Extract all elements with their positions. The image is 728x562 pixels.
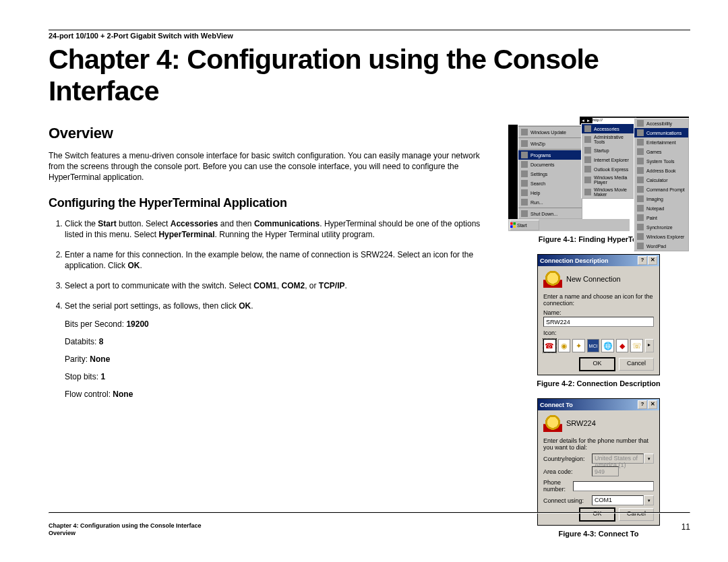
menu-item-icon xyxy=(637,148,644,155)
ok-button[interactable]: OK xyxy=(580,358,615,371)
menu-item-label: Address Book xyxy=(646,168,676,173)
menu-item-icon xyxy=(637,214,644,221)
menu-item[interactable]: Windows Update xyxy=(518,127,582,137)
menu-item[interactable]: WordPad xyxy=(634,241,688,251)
name-input[interactable] xyxy=(543,317,654,327)
menu-item[interactable]: Outlook Express xyxy=(582,164,634,174)
menu-item[interactable]: Windows Media Player xyxy=(582,174,634,186)
menu-item[interactable]: Run... xyxy=(518,197,582,207)
menu-item[interactable]: Notepad xyxy=(634,204,688,213)
back-icon: ◄ xyxy=(581,119,585,123)
help-button[interactable]: ? xyxy=(638,400,647,409)
country-select[interactable]: United States of America (1) xyxy=(592,454,644,464)
main-column: Overview The Switch features a menu-driv… xyxy=(49,123,487,549)
new-connection-label: New Connection xyxy=(566,275,621,283)
menu-item[interactable]: Startup xyxy=(582,146,634,155)
icon-option-6[interactable]: ◆ xyxy=(616,339,629,352)
svg-rect-1 xyxy=(514,222,516,225)
step-4: Set the serial port settings, as follows… xyxy=(65,301,487,400)
programs-submenu: AccessoriesAdministrative ToolsStartupIn… xyxy=(581,123,635,199)
cancel-button[interactable]: Cancel xyxy=(619,508,654,521)
ok-button[interactable]: OK xyxy=(580,508,615,521)
menu-item-icon xyxy=(637,233,644,240)
connect-using-select[interactable]: COM1 xyxy=(592,495,644,505)
menu-item[interactable]: Help xyxy=(518,188,582,197)
icon-option-5[interactable]: 🌐 xyxy=(601,339,614,352)
menu-item-icon xyxy=(637,177,644,183)
menu-item[interactable]: Games xyxy=(634,147,688,156)
menu-item[interactable]: Command Prompt xyxy=(634,185,688,194)
menu-item-icon xyxy=(637,158,644,164)
area-code-label: Area code: xyxy=(543,468,588,475)
menu-item-icon xyxy=(637,205,644,212)
menu-item-label: Settings xyxy=(530,172,547,177)
menu-item-label: Run... xyxy=(530,200,543,205)
menu-item[interactable]: Administrative Tools xyxy=(582,133,634,146)
menu-item-label: Windows Media Player xyxy=(594,175,632,185)
menu-item[interactable]: Programs xyxy=(518,150,582,160)
top-rule xyxy=(49,30,690,30)
menu-item-icon xyxy=(521,140,528,147)
menu-item-label: Programs xyxy=(530,153,551,158)
icon-option-7[interactable]: ☏ xyxy=(630,339,643,352)
menu-item[interactable]: Accessibility xyxy=(634,119,688,128)
phone-input[interactable] xyxy=(573,481,654,491)
figure-4-1: ◄ ► http:// Windows UpdateWinZipPrograms… xyxy=(508,123,689,231)
menu-item[interactable]: Imaging xyxy=(634,194,688,204)
page-footer: Chapter 4: Configuration using the Conso… xyxy=(49,522,690,538)
menu-item-label: Windows Update xyxy=(530,130,566,135)
figure-4-2: Connection Description ? ✕ New Connectio… xyxy=(537,254,660,375)
area-code-input[interactable] xyxy=(592,466,619,476)
svg-rect-2 xyxy=(510,226,513,228)
overview-paragraph: The Switch features a menu-driven consol… xyxy=(49,150,487,183)
menu-item[interactable]: Windows Explorer xyxy=(634,232,688,241)
menu-item-label: Shut Down... xyxy=(530,212,557,216)
menu-item[interactable]: WinZip xyxy=(518,139,582,148)
menu-item[interactable]: Address Book xyxy=(634,166,688,175)
icon-option-1[interactable]: ☎ xyxy=(543,339,556,352)
menu-item-label: Imaging xyxy=(646,197,663,201)
dialog-prompt: Enter details for the phone number that … xyxy=(543,437,654,451)
icon-option-4[interactable]: MCI xyxy=(587,339,600,352)
close-button[interactable]: ✕ xyxy=(648,400,657,409)
menu-item-label: Help xyxy=(530,191,540,195)
icon-picker[interactable]: ☎ ◉ ✦ MCI 🌐 ◆ ☏ ▸ xyxy=(543,339,654,352)
icon-option-3[interactable]: ✦ xyxy=(572,339,585,352)
menu-item-icon xyxy=(584,156,591,163)
menu-item[interactable]: Shut Down... xyxy=(518,209,582,218)
menu-item[interactable]: Communications xyxy=(634,128,688,137)
scroll-right[interactable]: ▸ xyxy=(645,339,654,352)
menu-item-icon xyxy=(521,152,528,158)
close-button[interactable]: ✕ xyxy=(648,256,657,265)
icon-option-2[interactable]: ◉ xyxy=(558,339,571,352)
menu-item[interactable]: Entertainment xyxy=(634,137,688,147)
menu-item-icon xyxy=(584,177,591,183)
step-3: Select a port to communicate with the sw… xyxy=(65,280,487,291)
menu-item[interactable]: Calculator xyxy=(634,175,688,185)
menu-item-icon xyxy=(637,120,644,127)
start-menu: Windows UpdateWinZipProgramsDocumentsSet… xyxy=(518,125,582,219)
menu-item-icon xyxy=(521,210,528,217)
accessories-submenu: AccessibilityCommunicationsEntertainment… xyxy=(634,118,689,251)
dropdown-icon[interactable]: ▾ xyxy=(644,495,654,505)
menu-item[interactable]: Windows Movie Maker xyxy=(582,186,634,198)
menu-item[interactable]: Settings xyxy=(518,169,582,179)
dialog-title: Connection Description xyxy=(540,257,609,264)
help-button[interactable]: ? xyxy=(638,256,647,265)
start-button[interactable]: Start xyxy=(510,220,539,230)
menu-item[interactable]: Documents xyxy=(518,160,582,169)
menu-item[interactable]: Synchronize xyxy=(634,222,688,232)
menu-item-icon xyxy=(637,186,644,193)
menu-item[interactable]: Search xyxy=(518,179,582,188)
menu-item-label: Administrative Tools xyxy=(594,135,632,144)
subsection-hyperterminal: Configuring the HyperTerminal Applicatio… xyxy=(49,195,487,211)
step-2: Enter a name for this connection. In the… xyxy=(65,249,487,271)
dropdown-icon[interactable]: ▾ xyxy=(644,454,654,464)
menu-item-icon xyxy=(637,139,644,146)
menu-item[interactable]: System Tools xyxy=(634,156,688,166)
menu-item[interactable]: Paint xyxy=(634,213,688,222)
menu-item[interactable]: Internet Explorer xyxy=(582,155,634,164)
svg-rect-0 xyxy=(510,222,513,225)
menu-item[interactable]: Accessories xyxy=(582,124,634,133)
cancel-button[interactable]: Cancel xyxy=(619,358,654,371)
